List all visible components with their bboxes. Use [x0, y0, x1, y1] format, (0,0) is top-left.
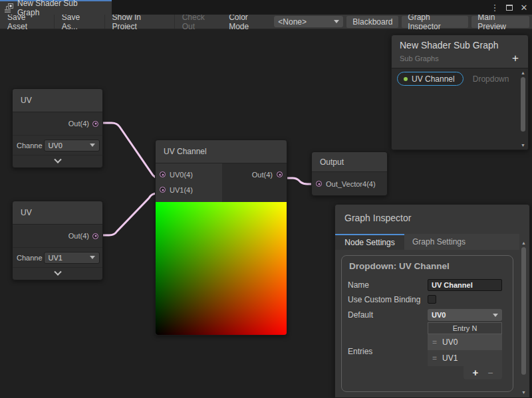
property-pill-uv-channel[interactable]: UV Channel [397, 72, 464, 86]
blackboard-subtitle: Sub Graphs [400, 54, 439, 62]
port-label: Out(4) [68, 120, 89, 128]
use-custom-binding-checkbox[interactable] [428, 295, 436, 304]
output-port[interactable] [277, 171, 283, 177]
dropdown-settings-box: Dropdown: UV Channel Name Use Custom Bin… [341, 255, 513, 392]
node-title[interactable]: UV [13, 89, 102, 112]
entries-label: Entries [348, 346, 428, 357]
chevron-down-icon [90, 256, 95, 259]
kebab-menu-icon[interactable]: ⋮ [489, 2, 500, 13]
tab-title: New Shader Sub Graph [17, 0, 94, 17]
output-port[interactable] [92, 121, 98, 127]
chevron-down-icon [90, 144, 95, 147]
channel-dropdown[interactable]: UV0 [44, 140, 100, 151]
drag-handle-icon[interactable]: = [432, 338, 437, 347]
check-out-button: Check Out [175, 15, 226, 29]
color-mode-value: <None> [278, 17, 307, 27]
graph-inspector-toggle-button[interactable]: Graph Inspector [402, 16, 468, 28]
remove-entry-button[interactable]: − [487, 369, 493, 376]
collapse-preview-button[interactable] [13, 155, 102, 167]
chevron-down-icon [334, 20, 339, 23]
main-preview-toggle-button[interactable]: Main Preview [471, 16, 529, 28]
collapse-preview-button[interactable] [13, 267, 102, 280]
entry-row-uv0[interactable]: = UV0 [428, 334, 502, 350]
output-port[interactable] [92, 233, 98, 239]
edge-uv1 [96, 193, 162, 235]
port-label: UV1(4) [170, 186, 193, 194]
node-title[interactable]: Output [312, 152, 387, 172]
default-dropdown[interactable]: UV0 [428, 309, 502, 321]
input-port[interactable] [316, 181, 322, 187]
tab-node-settings[interactable]: Node Settings [335, 234, 404, 250]
scroll-down-icon[interactable]: ▼ [521, 142, 525, 148]
collapse-chevron-icon [54, 268, 61, 276]
blackboard-toggle-button[interactable]: Blackboard [346, 16, 398, 28]
edge-uv0 [96, 123, 162, 178]
graph-canvas[interactable]: UV Out(4) Channe UV0 UV Out(4) Channe UV… [0, 29, 532, 398]
input-port-uv1[interactable] [160, 187, 166, 193]
entry-row-uv1[interactable]: = UV1 [428, 350, 502, 366]
window-tab-bar: New Shader Sub Graph ⋮ ✕ [0, 0, 532, 15]
node-uv-channel[interactable]: UV Channel UV0(4) UV1(4) Out(4) [155, 140, 287, 336]
port-label: Out(4) [252, 171, 273, 179]
color-mode-dropdown[interactable]: <None> [274, 16, 343, 27]
node-uv-2[interactable]: UV Out(4) Channe UV1 [12, 201, 103, 280]
port-label: UV0(4) [170, 171, 193, 179]
property-type-label: Dropdown [473, 74, 509, 84]
name-input[interactable] [428, 279, 502, 291]
tab-graph-settings[interactable]: Graph Settings [404, 234, 473, 250]
port-label: Out(4) [68, 232, 89, 240]
scrollbar-thumb[interactable] [521, 247, 526, 375]
blackboard-scrollbar[interactable]: ▲ ▼ [519, 70, 527, 148]
drag-handle-icon[interactable]: = [432, 353, 437, 363]
entries-list: Entry N = UV0 = UV1 + − [428, 322, 502, 379]
scroll-down-icon[interactable]: ▼ [521, 389, 526, 395]
node-title[interactable]: UV [13, 201, 102, 225]
show-in-project-button[interactable]: Show In Project [105, 15, 174, 29]
exposed-dot-icon [404, 77, 408, 81]
scroll-up-icon[interactable]: ▲ [521, 240, 526, 246]
channel-dropdown[interactable]: UV1 [44, 252, 100, 264]
input-port-uv0[interactable] [160, 171, 166, 177]
port-label: Out_Vector4(4) [326, 180, 376, 188]
chevron-down-icon [493, 314, 498, 317]
add-entry-button[interactable]: + [473, 369, 479, 376]
output-port-row: Out(4) [252, 169, 283, 180]
input-port-row: UV0(4) [160, 169, 222, 180]
node-uv-1[interactable]: UV Out(4) Channe UV0 [12, 88, 103, 168]
add-property-button[interactable]: + [512, 54, 520, 62]
collapse-chevron-icon [54, 156, 61, 163]
subgraph-asset-icon [4, 3, 13, 13]
node-title[interactable]: UV Channel [156, 140, 287, 163]
tab-new-shader-sub-graph[interactable]: New Shader Sub Graph [0, 0, 112, 15]
scroll-up-icon[interactable]: ▲ [521, 70, 525, 76]
use-custom-binding-label: Use Custom Binding [348, 294, 428, 305]
default-label: Default [348, 309, 428, 321]
node-output[interactable]: Output Out_Vector4(4) [311, 151, 388, 196]
blackboard-panel[interactable]: New Shader Sub Graph Sub Graphs + UV Cha… [391, 35, 529, 150]
inspector-title: Graph Inspector [335, 205, 529, 234]
uv-preview-gradient [156, 202, 287, 335]
input-port-row: UV1(4) [160, 184, 222, 195]
color-mode-label: Color Mode [226, 13, 271, 31]
channel-label: Channe [17, 254, 43, 262]
channel-label: Channe [17, 142, 43, 149]
scrollbar-thumb[interactable] [521, 77, 525, 132]
maximize-icon[interactable] [504, 2, 515, 13]
graph-inspector-panel[interactable]: Graph Inspector Node Settings Graph Sett… [334, 204, 530, 398]
entries-header: Entry N [428, 322, 502, 334]
close-icon[interactable]: ✕ [519, 2, 529, 13]
section-title: Dropdown: UV Channel [349, 261, 507, 271]
blackboard-title: New Shader Sub Graph [400, 40, 520, 50]
inspector-scrollbar[interactable]: ▲ ▼ [520, 240, 527, 395]
name-label: Name [348, 279, 428, 291]
